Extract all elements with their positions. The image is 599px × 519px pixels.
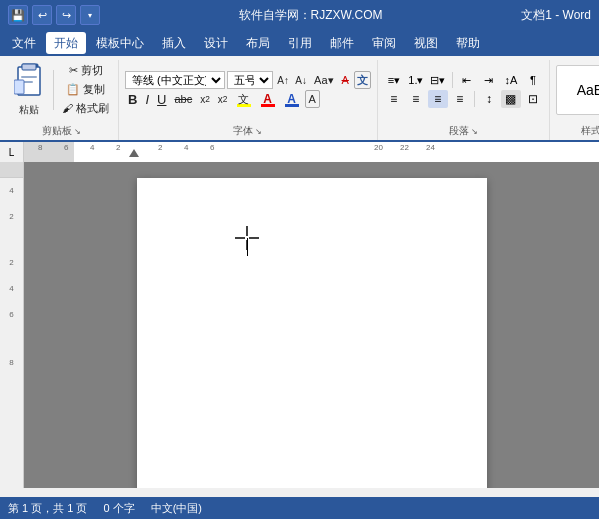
title-right: 文档1 - Word xyxy=(521,7,591,24)
subscript-button[interactable]: x2 xyxy=(197,90,213,108)
menu-design[interactable]: 设计 xyxy=(196,32,236,54)
menu-start[interactable]: 开始 xyxy=(46,32,86,54)
ruler-num-6: 6 xyxy=(64,143,68,152)
strikethrough-button[interactable]: abc xyxy=(171,90,195,108)
page-info: 第 1 页，共 1 页 xyxy=(8,501,87,516)
document-page[interactable] xyxy=(137,178,487,488)
svg-rect-2 xyxy=(22,64,36,70)
ruler-num-20: 20 xyxy=(374,143,383,152)
ruler-corner[interactable]: L xyxy=(0,142,24,162)
document-title: 文档1 - Word xyxy=(521,8,591,22)
font-group-footer[interactable]: 字体 ↘ xyxy=(125,123,371,140)
copy-button[interactable]: 📋 复制 xyxy=(59,81,112,99)
shading-button[interactable]: ▩ xyxy=(501,90,521,108)
italic-button[interactable]: I xyxy=(142,90,152,108)
menu-file[interactable]: 文件 xyxy=(4,32,44,54)
multilevel-button[interactable]: ⊟▾ xyxy=(428,71,448,89)
ruler-num-24: 24 xyxy=(426,143,435,152)
ruler-num-2: 2 xyxy=(116,143,120,152)
word-count: 0 个字 xyxy=(103,501,134,516)
superscript-button[interactable]: x2 xyxy=(215,90,231,108)
title-bar: 💾 ↩ ↪ ▾ 软件自学网：RJZXW.COM 文档1 - Word xyxy=(0,0,599,30)
font-color-button[interactable]: A xyxy=(257,90,279,108)
menu-bar: 文件 开始 模板中心 插入 设计 布局 引用 邮件 审阅 视图 帮助 xyxy=(0,30,599,56)
svg-rect-3 xyxy=(21,76,37,78)
cut-button[interactable]: ✂ 剪切 xyxy=(59,62,112,80)
font-expand-icon: ↘ xyxy=(255,127,262,136)
paragraph-controls: ≡▾ 1.▾ ⊟▾ ⇤ ⇥ ↕A ¶ ≡ ≡ ≡ ≡ xyxy=(384,71,543,108)
horizontal-ruler: 8 6 4 2 2 4 6 20 22 24 xyxy=(24,142,599,162)
menu-template[interactable]: 模板中心 xyxy=(88,32,152,54)
styles-group-footer[interactable]: 样式 ↘ xyxy=(556,123,599,140)
menu-help[interactable]: 帮助 xyxy=(448,32,488,54)
bullets-button[interactable]: ≡▾ xyxy=(384,71,404,89)
show-marks-button[interactable]: ¶ xyxy=(523,71,543,89)
decrease-indent-button[interactable]: ⇤ xyxy=(457,71,477,89)
vruler-2: 2 xyxy=(9,212,13,221)
numbering-button[interactable]: 1.▾ xyxy=(406,71,426,89)
clear-format-button[interactable]: A xyxy=(339,71,352,89)
ribbon: 粘贴 ✂ 剪切 📋 复制 🖌 格式刷 剪贴板 ↘ xyxy=(0,56,599,142)
paragraph-group: ≡▾ 1.▾ ⊟▾ ⇤ ⇥ ↕A ¶ ≡ ≡ ≡ ≡ xyxy=(378,60,550,140)
website-label: 软件自学网：RJZXW.COM xyxy=(239,8,383,22)
ruler-area: L 8 6 4 2 2 4 6 20 22 24 xyxy=(0,142,599,162)
vruler-4r: 4 xyxy=(9,284,13,293)
clipboard-small-buttons: ✂ 剪切 📋 复制 🖌 格式刷 xyxy=(59,62,112,118)
style-normal-preview[interactable]: AaB xyxy=(556,65,599,115)
menu-view[interactable]: 视图 xyxy=(406,32,446,54)
paragraph-label: 段落 xyxy=(449,124,469,138)
paste-label: 粘贴 xyxy=(19,103,39,117)
ruler-num-22: 22 xyxy=(400,143,409,152)
highlight-button[interactable]: 文 xyxy=(233,90,255,108)
paste-button[interactable]: 粘贴 xyxy=(10,60,48,119)
menu-review[interactable]: 审阅 xyxy=(364,32,404,54)
ruler-num-8: 8 xyxy=(38,143,42,152)
menu-layout[interactable]: 布局 xyxy=(238,32,278,54)
main-area: 4 2 2 4 6 8 xyxy=(0,162,599,488)
vertical-ruler: 4 2 2 4 6 8 xyxy=(0,162,24,488)
decrease-font-button[interactable]: A↓ xyxy=(293,71,309,89)
undo-button[interactable]: ↩ xyxy=(32,5,52,25)
text-effect-button[interactable]: 文 xyxy=(354,71,371,89)
align-right-button[interactable]: ≡ xyxy=(428,90,448,108)
menu-mail[interactable]: 邮件 xyxy=(322,32,362,54)
char-shade-button[interactable]: A xyxy=(281,90,303,108)
line-spacing-button[interactable]: ↕ xyxy=(479,90,499,108)
styles-group: AaB ▲ ▼ ▾ 样式 ↘ xyxy=(550,60,599,140)
char-border-button[interactable]: A xyxy=(305,90,320,108)
borders-button[interactable]: ⊡ xyxy=(523,90,543,108)
clipboard-label: 剪贴板 xyxy=(42,124,72,138)
styles-label: 样式 xyxy=(581,124,599,138)
format-painter-button[interactable]: 🖌 格式刷 xyxy=(59,100,112,118)
title-center: 软件自学网：RJZXW.COM xyxy=(100,7,521,24)
font-label: 字体 xyxy=(233,124,253,138)
document-area[interactable] xyxy=(24,162,599,488)
customize-quick-access-button[interactable]: ▾ xyxy=(80,5,100,25)
svg-rect-5 xyxy=(14,80,24,94)
vertical-ruler-top-gray xyxy=(0,162,23,178)
increase-font-button[interactable]: A↑ xyxy=(275,71,291,89)
menu-insert[interactable]: 插入 xyxy=(154,32,194,54)
clipboard-expand-icon: ↘ xyxy=(74,127,81,136)
underline-button[interactable]: U xyxy=(154,90,169,108)
ruler-num-2r: 2 xyxy=(158,143,162,152)
vruler-6: 6 xyxy=(9,310,13,319)
change-case-button[interactable]: Aa▾ xyxy=(311,71,336,89)
align-left-button[interactable]: ≡ xyxy=(384,90,404,108)
style-preview-text: AaB xyxy=(577,82,599,98)
save-button[interactable]: 💾 xyxy=(8,5,28,25)
justify-button[interactable]: ≡ xyxy=(450,90,470,108)
menu-references[interactable]: 引用 xyxy=(280,32,320,54)
bold-button[interactable]: B xyxy=(125,90,140,108)
sort-button[interactable]: ↕A xyxy=(501,71,521,89)
font-size-select[interactable]: 五号 xyxy=(227,71,273,89)
text-cursor-container xyxy=(247,238,248,259)
redo-button[interactable]: ↪ xyxy=(56,5,76,25)
align-center-button[interactable]: ≡ xyxy=(406,90,426,108)
font-name-select[interactable]: 等线 (中文正文) xyxy=(125,71,225,89)
increase-indent-button[interactable]: ⇥ xyxy=(479,71,499,89)
paragraph-group-footer[interactable]: 段落 ↘ xyxy=(384,123,543,140)
tab-marker[interactable] xyxy=(129,146,139,156)
font-group: 等线 (中文正文) 五号 A↑ A↓ Aa▾ A 文 B I xyxy=(119,60,378,140)
clipboard-group-footer[interactable]: 剪贴板 ↘ xyxy=(10,123,112,140)
